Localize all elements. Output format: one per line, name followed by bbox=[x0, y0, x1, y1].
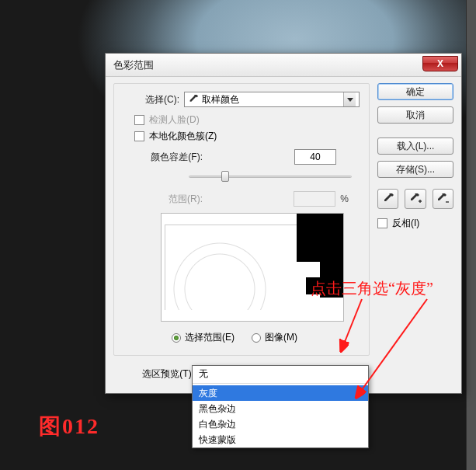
svg-line-0 bbox=[342, 299, 362, 350]
annotation-arrows bbox=[0, 0, 476, 470]
svg-line-1 bbox=[357, 299, 427, 396]
